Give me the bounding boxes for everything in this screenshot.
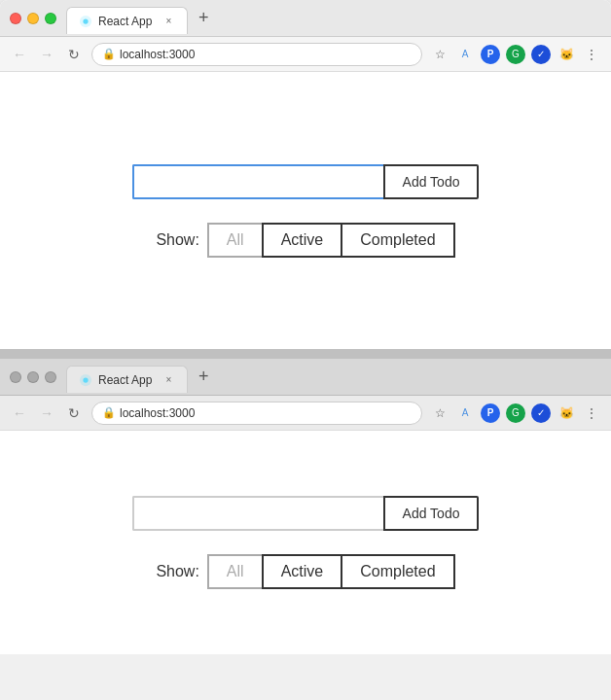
address-bar-1: ← → ↻ 🔒 localhost:3000 ☆ A P G ✓ 🐱 ⋮	[0, 37, 611, 72]
avatar-icon[interactable]: 🐱	[557, 45, 576, 64]
url-bar-1[interactable]: 🔒 localhost:3000	[91, 43, 422, 66]
title-bar-1: React App × +	[0, 0, 611, 37]
browser-tab-1[interactable]: React App ×	[66, 7, 188, 34]
back-button-1[interactable]: ←	[10, 45, 29, 64]
filter-row-1: Show: All Active Completed	[156, 223, 454, 258]
new-tab-button-2[interactable]: +	[192, 366, 215, 389]
forward-button-2[interactable]: →	[37, 403, 56, 423]
todo-input-1[interactable]	[132, 164, 383, 199]
filter-all-button-2[interactable]: All	[207, 554, 262, 589]
filter-active-button-1[interactable]: Active	[262, 223, 341, 258]
reload-button-1[interactable]: ↻	[64, 45, 84, 64]
tab-close-2[interactable]: ×	[162, 373, 175, 387]
ext3-icon-2[interactable]: ✓	[531, 403, 551, 423]
browser-window-2: React App × + ← → ↻ 🔒 localhost:3000 ☆ A…	[0, 359, 611, 654]
fullscreen-button-2[interactable]	[45, 371, 56, 383]
browser-divider	[0, 349, 611, 359]
lock-icon: 🔒	[102, 48, 116, 60]
add-todo-button-2[interactable]: Add Todo	[383, 496, 480, 531]
close-button[interactable]	[10, 13, 21, 24]
back-button-2[interactable]: ←	[10, 403, 29, 423]
filter-all-button-1[interactable]: All	[207, 223, 262, 258]
ext2-icon[interactable]: G	[506, 45, 525, 64]
browser-tab-2[interactable]: React App ×	[66, 366, 188, 393]
toolbar-icons-1: ☆ A P G ✓ 🐱 ⋮	[430, 45, 601, 64]
menu-icon[interactable]: ⋮	[582, 45, 601, 64]
svg-point-3	[83, 377, 88, 382]
traffic-lights-1	[10, 13, 56, 24]
address-bar-2: ← → ↻ 🔒 localhost:3000 ☆ A P G ✓ 🐱 ⋮	[0, 396, 611, 431]
react-favicon-icon	[79, 15, 92, 28]
page-content-1: Add Todo Show: All Active Completed	[0, 72, 611, 349]
url-text-2: localhost:3000	[120, 406, 195, 420]
minimize-button-2[interactable]	[27, 371, 39, 383]
browser-window-1: React App × + ← → ↻ 🔒 localhost:3000 ☆ A…	[0, 0, 611, 349]
react-favicon-icon-2	[79, 373, 92, 387]
lock-icon-2: 🔒	[102, 406, 116, 419]
translate-icon-2[interactable]: A	[455, 403, 475, 423]
show-label-2: Show:	[156, 563, 198, 580]
url-text-1: localhost:3000	[120, 48, 195, 61]
translate-icon[interactable]: A	[455, 45, 475, 64]
ext2-icon-2[interactable]: G	[506, 403, 525, 423]
forward-button-1[interactable]: →	[37, 45, 56, 64]
ext1-icon-2[interactable]: P	[481, 403, 500, 423]
bookmark-icon-2[interactable]: ☆	[430, 403, 449, 423]
menu-icon-2[interactable]: ⋮	[582, 403, 601, 423]
filter-completed-button-1[interactable]: Completed	[341, 223, 454, 258]
new-tab-button-1[interactable]: +	[192, 7, 215, 30]
add-todo-button-1[interactable]: Add Todo	[383, 164, 480, 199]
ext3-icon[interactable]: ✓	[531, 45, 551, 64]
todo-input-row-1: Add Todo	[132, 164, 480, 199]
bookmark-icon[interactable]: ☆	[430, 45, 449, 64]
todo-input-row-2: Add Todo	[132, 496, 480, 531]
todo-input-2[interactable]	[132, 496, 383, 531]
close-button-2[interactable]	[10, 371, 21, 383]
filter-row-2: Show: All Active Completed	[156, 554, 454, 589]
reload-button-2[interactable]: ↻	[64, 403, 84, 423]
filter-completed-button-2[interactable]: Completed	[341, 554, 454, 589]
url-bar-2[interactable]: 🔒 localhost:3000	[91, 402, 422, 425]
ext1-icon[interactable]: P	[481, 45, 500, 64]
toolbar-icons-2: ☆ A P G ✓ 🐱 ⋮	[430, 403, 601, 423]
traffic-lights-2	[10, 371, 56, 383]
avatar-icon-2[interactable]: 🐱	[557, 403, 576, 423]
minimize-button[interactable]	[27, 13, 39, 24]
tab-title-1: React App	[98, 15, 152, 28]
tab-title-2: React App	[98, 373, 152, 387]
filter-active-button-2[interactable]: Active	[262, 554, 341, 589]
fullscreen-button[interactable]	[45, 13, 56, 24]
page-content-2: Add Todo Show: All Active Completed	[0, 431, 611, 654]
show-label-1: Show:	[156, 231, 198, 249]
svg-point-1	[83, 18, 88, 23]
title-bar-2: React App × +	[0, 359, 611, 396]
tab-close-1[interactable]: ×	[162, 15, 175, 28]
